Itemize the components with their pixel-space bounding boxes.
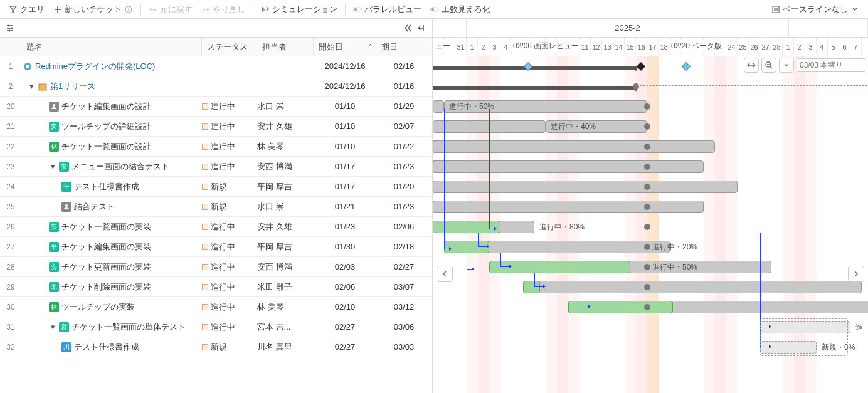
table-row[interactable]: 2▾ 第1リリース2024/12/1601/16 xyxy=(0,76,432,97)
table-row[interactable]: 26安 チケット一覧画面の実装進行中安井 久雄01/2302/06 xyxy=(0,217,432,237)
table-row[interactable]: 25 結合テスト新規水口 崇01/2101/23 xyxy=(0,197,432,217)
date-search-input[interactable] xyxy=(797,58,865,72)
filter-bar xyxy=(0,19,432,38)
subject-text: チケット更新画面の実装 xyxy=(61,261,151,273)
status-text: 進行中 xyxy=(211,161,235,172)
assignee-cell: 平岡 厚吉 xyxy=(257,181,314,192)
status-cell: 新規 xyxy=(202,201,257,212)
subject-text: 結合テスト xyxy=(74,201,115,212)
parallel-view-toggle[interactable]: パラレルビュー xyxy=(349,3,425,16)
header-subject[interactable]: 題名 xyxy=(21,38,202,56)
expand-toggle[interactable]: ▾ xyxy=(28,81,35,91)
subject-cell: 林 チケット一覧画面の設計 xyxy=(21,141,202,152)
subject-cell: チケット編集画面の設計 xyxy=(21,101,202,112)
bar-end-dot xyxy=(644,164,650,170)
subject-text: メニュー画面の結合テスト xyxy=(71,161,169,172)
subject-text: ツールチップの実装 xyxy=(61,301,135,313)
gantt-bar[interactable] xyxy=(433,100,444,113)
status-cell: 進行中 xyxy=(202,221,257,233)
settings-icon[interactable] xyxy=(4,22,16,34)
gantt-chart[interactable]: ュー02/06 画面レビュー02/20 ベータ版進行中・50%進行中・40%進行… xyxy=(433,56,868,393)
subject-text: チケット削除画面の実装 xyxy=(61,281,151,293)
annotation: ュー xyxy=(433,40,453,52)
header-assignee[interactable]: 担当者 xyxy=(257,38,314,56)
simulation-button[interactable]: シミュレーション xyxy=(257,3,341,16)
table-row[interactable]: 24平 テスト仕様書作成新規平岡 厚吉01/1701/20 xyxy=(0,177,432,197)
new-ticket-button[interactable]: 新しいチケット i xyxy=(50,3,137,16)
subject-cell: ▾ 第1リリース xyxy=(21,81,202,92)
gantt-bar[interactable] xyxy=(523,281,862,293)
table-row[interactable]: 29米 チケット削除画面の実装進行中米田 雛子02/0603/07 xyxy=(0,277,432,297)
dependency-line xyxy=(534,273,543,287)
day-header: 5 xyxy=(828,38,839,56)
header-start[interactable]: 開始日^ xyxy=(314,38,376,56)
zoom-dropdown[interactable] xyxy=(779,58,794,73)
bar-label: 進行中・50% xyxy=(449,102,494,112)
status-color-icon xyxy=(202,264,208,270)
status-cell: 進行中 xyxy=(202,161,257,172)
zoom-out-button[interactable] xyxy=(761,58,776,73)
day-header: 4 xyxy=(817,38,828,56)
redo-button[interactable]: やり直し xyxy=(198,3,249,16)
outdent-icon[interactable] xyxy=(416,22,428,34)
expand-toggle[interactable]: ▾ xyxy=(49,162,56,171)
gantt-bar-planned xyxy=(433,181,738,193)
annotation: 02/20 ベータ版 xyxy=(669,40,724,52)
bar-end-dot xyxy=(644,204,650,210)
bar-label: 進行中・40% xyxy=(551,122,596,132)
subject-cell: 結合テスト xyxy=(21,201,202,212)
summary-bar[interactable] xyxy=(433,86,636,90)
baseline-dropdown[interactable]: ベースラインなし xyxy=(768,3,863,16)
scroll-right-button[interactable] xyxy=(848,266,864,282)
gantt-row: 進行中・40% xyxy=(433,117,868,137)
table-row[interactable]: 30林 ツールチップの実装進行中林 美琴02/1003/12 xyxy=(0,297,432,317)
table-row[interactable]: 32川 テスト仕様書作成新規川名 真里02/2703/03 xyxy=(0,337,432,357)
scroll-left-button[interactable] xyxy=(437,266,453,282)
row-number: 25 xyxy=(0,202,21,211)
version-icon xyxy=(38,81,48,92)
subject-cell: ▾宮 チケット一覧画面の単体テスト xyxy=(21,322,202,333)
start-date-cell: 02/27 xyxy=(314,322,376,332)
status-cell: 進行中 xyxy=(202,301,257,313)
header-due[interactable]: 期日 xyxy=(376,38,431,56)
grid-pane: 題名 ステータス 担当者 開始日^ 期日 1 Redmineプラグインの開発(L… xyxy=(0,19,433,393)
subject-text[interactable]: Redmineプラグインの開発(LGC) xyxy=(35,61,155,72)
gantt-row: 進行中・20% xyxy=(433,237,868,257)
milestone-diamond[interactable] xyxy=(682,62,691,71)
table-row[interactable]: 23▾安 メニュー画面の結合テスト進行中安西 博満01/1701/23 xyxy=(0,157,432,177)
svg-rect-12 xyxy=(39,84,46,90)
assignee-avatar: 平 xyxy=(61,182,71,192)
status-text: 進行中 xyxy=(211,141,235,152)
undo-icon xyxy=(149,5,157,14)
effort-vis-toggle[interactable]: 工数見える化 xyxy=(426,3,494,16)
query-button[interactable]: クエリ xyxy=(5,3,48,16)
header-status[interactable]: ステータス xyxy=(202,38,257,56)
row-number: 29 xyxy=(0,283,21,291)
undo-button[interactable]: 元に戻す xyxy=(145,3,196,16)
toolbar-separator xyxy=(345,4,346,15)
redo-icon xyxy=(201,5,210,14)
table-row[interactable]: 20 チケット編集画面の設計進行中水口 崇01/1001/29 xyxy=(0,97,432,117)
filter-icon xyxy=(9,5,18,14)
status-color-icon xyxy=(202,284,208,290)
fit-width-button[interactable] xyxy=(744,58,759,73)
table-row[interactable]: 27平 チケット編集画面の実装進行中平岡 厚吉01/3002/18 xyxy=(0,237,432,257)
due-date-cell: 01/16 xyxy=(376,81,431,91)
collapse-icon[interactable] xyxy=(402,22,415,34)
project-icon xyxy=(23,61,33,71)
table-row[interactable]: 28安 チケット更新画面の実装進行中安西 博満02/0302/27 xyxy=(0,257,432,277)
subject-text[interactable]: 第1リリース xyxy=(50,81,95,92)
due-date-cell: 02/16 xyxy=(376,61,431,71)
summary-bar[interactable] xyxy=(433,66,636,70)
table-row[interactable]: 1 Redmineプラグインの開発(LGC)2024/12/1602/16 xyxy=(0,56,432,76)
table-row[interactable]: 21安 ツールチップの詳細設計進行中安井 久雄01/1002/07 xyxy=(0,117,432,137)
due-date-cell: 02/07 xyxy=(376,122,431,131)
group-outline xyxy=(760,318,848,356)
bar-label: 進行中・50% xyxy=(652,262,697,273)
table-row[interactable]: 31▾宮 チケット一覧画面の単体テスト進行中宮本 吉...02/2703/06 xyxy=(0,317,432,337)
table-row[interactable]: 22林 チケット一覧画面の設計進行中林 美琴01/1001/22 xyxy=(0,137,432,157)
gantt-row xyxy=(433,177,868,197)
day-header: 17 xyxy=(647,38,659,56)
due-date-cell: 03/03 xyxy=(376,342,431,352)
expand-toggle[interactable]: ▾ xyxy=(49,322,56,332)
